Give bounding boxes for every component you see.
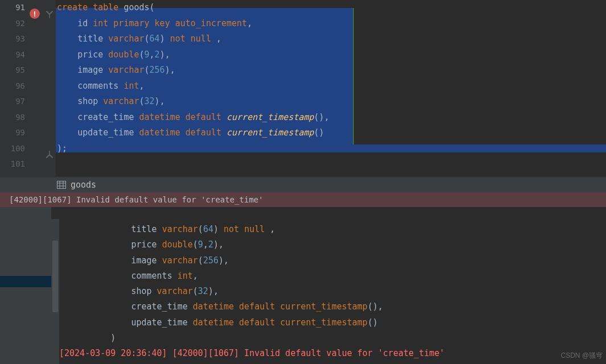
side-scrollbar-thumb[interactable] [52, 241, 58, 312]
line-number: 99 [0, 125, 30, 141]
editor-right-panel [353, 8, 606, 144]
table-icon [57, 181, 66, 189]
line-number: 91 [0, 0, 30, 16]
svg-rect-1 [57, 181, 66, 189]
fold-end-icon[interactable] [46, 151, 53, 159]
line-number: 93 [0, 31, 30, 47]
watermark: CSDN @骚穹 [560, 351, 603, 361]
line-number: 98 [0, 110, 30, 126]
line-number: 92 [0, 16, 30, 32]
line-number: 96 [0, 78, 30, 94]
gutter-marks: ! [30, 0, 56, 176]
error-icon[interactable]: ! [30, 9, 40, 19]
console-output[interactable]: title varchar(64) not null , price doubl… [59, 207, 606, 364]
code-area[interactable]: create table goods( id int primary key a… [56, 0, 606, 176]
line-number-gutter: 91 92 93 94 95 96 97 98 99 100 101 [0, 0, 30, 176]
line-number: 95 [0, 63, 30, 78]
console-error-line: [2024-03-09 20:36:40] [42000][1067] Inva… [59, 348, 444, 358]
inline-error-bar: [42000][1067] Invalid default value for … [0, 192, 606, 207]
line-number: 100 [0, 141, 30, 157]
line-number: 97 [0, 94, 30, 110]
breadcrumb[interactable]: goods [0, 176, 606, 192]
fold-start-icon[interactable] [46, 10, 53, 18]
line-number: 94 [0, 47, 30, 63]
side-selection [0, 276, 51, 287]
breadcrumb-label: goods [71, 180, 96, 190]
code-editor[interactable]: 91 92 93 94 95 96 97 98 99 100 101 ! cre… [0, 0, 606, 176]
line-number: 101 [0, 156, 30, 172]
